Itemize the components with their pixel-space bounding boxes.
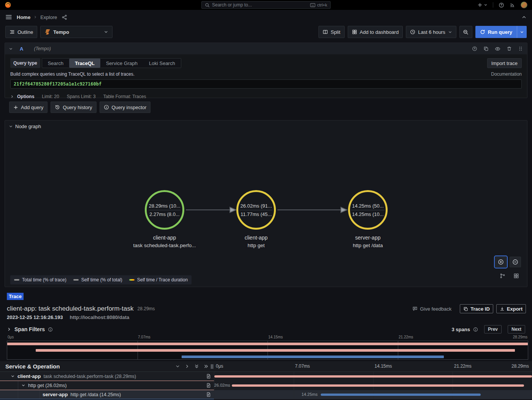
span-row-timeline: [214, 372, 532, 381]
export-button[interactable]: Export: [496, 304, 526, 313]
span-operation: http get /data (14.25ms): [70, 392, 121, 397]
legend-self-trace: Self time / Trace duration: [129, 277, 188, 283]
span-logs-icon[interactable]: [206, 392, 211, 397]
expand-one-icon[interactable]: [185, 364, 190, 369]
tab-service-graph[interactable]: Service Graph: [100, 59, 143, 68]
column-resize-handle[interactable]: [211, 364, 213, 369]
span-bar[interactable]: [214, 375, 532, 378]
breadcrumb-home[interactable]: Home: [17, 14, 30, 20]
collapse-header-button[interactable]: [521, 14, 527, 20]
user-avatar[interactable]: [521, 2, 527, 8]
trace-id-button[interactable]: Trace ID: [460, 304, 493, 313]
option-table-format: Table Format: Traces: [103, 94, 146, 99]
collapse-one-icon[interactable]: [175, 364, 180, 369]
tab-traceql[interactable]: TraceQL: [69, 59, 100, 68]
global-search[interactable]: ctrl+k: [201, 1, 331, 9]
drag-query-handle[interactable]: [518, 46, 523, 51]
collapse-all-icon[interactable]: [194, 364, 199, 369]
chevron-down-icon: [104, 30, 108, 34]
share-icon: [62, 14, 67, 20]
datasource-help-button[interactable]: [472, 46, 477, 51]
shortcut-label: ctrl+k: [317, 3, 327, 7]
datasource-picker[interactable]: Tempo: [40, 26, 112, 38]
split-label: Split: [331, 29, 340, 35]
node-graph-legend: Total time (% of trace) Self time (% of …: [10, 275, 192, 284]
share-shortcut-button[interactable]: [62, 14, 67, 20]
news-button[interactable]: [510, 2, 515, 8]
give-feedback-button[interactable]: Give feedback: [412, 306, 451, 312]
query-history-button[interactable]: Query history: [51, 102, 96, 113]
run-query-caret[interactable]: [517, 26, 527, 38]
chevron-down-icon: [9, 124, 13, 129]
span-row[interactable]: http get (26.02ms) 26.02ms: [0, 381, 532, 390]
grafana-logo[interactable]: [5, 2, 11, 8]
span-logs-icon[interactable]: [206, 383, 211, 388]
node-client-app-httpget[interactable]: 26.02ms (91... 11.77ms (45... client-app…: [212, 190, 300, 249]
import-trace-button[interactable]: Import trace: [487, 58, 522, 68]
layout-tree-button[interactable]: [497, 271, 507, 280]
option-limit: Limit: 20: [42, 94, 59, 99]
node-total-time: 28.29ms (10...: [148, 202, 181, 210]
mega-menu-button[interactable]: [5, 14, 12, 21]
layout-grid-button[interactable]: [511, 271, 521, 280]
query-ref-id[interactable]: A: [20, 46, 23, 52]
span-logs-icon[interactable]: [206, 374, 211, 379]
chevron-down-icon[interactable]: [11, 374, 15, 378]
collapse-query-icon[interactable]: [9, 47, 13, 51]
add-query-button[interactable]: Add query: [9, 102, 48, 113]
chevron-down-icon: [448, 30, 452, 34]
span-bar[interactable]: [321, 394, 481, 396]
node-graph-canvas[interactable]: 28.29ms (10... 2.27ms (8.0... client-app…: [5, 132, 527, 287]
outline-button[interactable]: Outline: [5, 26, 37, 38]
tab-search[interactable]: Search: [42, 59, 69, 68]
zoom-out-time-button[interactable]: [459, 26, 472, 38]
node-service-label: server-app: [353, 234, 383, 241]
chevron-down-icon[interactable]: [21, 383, 25, 387]
traceql-query-input[interactable]: 21f2f64785280f17205a1e1c927160bf: [10, 79, 522, 89]
prev-span-button[interactable]: Prev: [484, 325, 502, 333]
node-server-app[interactable]: 14.25ms (50... 14.25ms (10... server-app…: [324, 190, 412, 249]
trace-section-tab[interactable]: Trace: [7, 293, 24, 300]
legend-label: Self time / Trace duration: [137, 277, 188, 283]
info-circle-icon: [104, 105, 109, 110]
graph-zoom-in-button[interactable]: [495, 257, 507, 267]
tick-label: 14.15ms: [375, 363, 392, 369]
add-to-dashboard-label: Add to dashboard: [360, 29, 399, 35]
node-total-time: 26.02ms (91...: [239, 202, 272, 210]
span-row[interactable]: client-app task scheduled-task.perform-t…: [0, 372, 532, 381]
export-label: Export: [507, 306, 522, 312]
run-query-label: Run query: [488, 29, 512, 35]
next-span-button[interactable]: Next: [508, 325, 525, 333]
split-button[interactable]: Split: [318, 26, 344, 38]
options-chevron-icon[interactable]: [10, 95, 14, 98]
minimap-tick-labels: 0μs 7.07ms 14.15ms 21.22ms 28.29ms: [7, 335, 528, 340]
run-query-button-group: Run query: [475, 26, 527, 38]
help-button[interactable]: [499, 2, 504, 8]
search-shortcut: ctrl+k: [310, 3, 327, 7]
remove-query-button[interactable]: [507, 46, 512, 51]
run-query-button[interactable]: Run query: [475, 26, 517, 38]
hide-query-button[interactable]: [495, 46, 500, 52]
new-menu-button[interactable]: [477, 2, 488, 8]
query-inspector-button[interactable]: Query inspector: [100, 102, 151, 113]
divider: [493, 2, 493, 8]
span-filters-toggle[interactable]: Span Filters: [14, 326, 45, 332]
expand-all-icon[interactable]: [204, 364, 209, 369]
node-graph-header[interactable]: Node graph: [5, 121, 527, 132]
span-bar[interactable]: [232, 384, 524, 387]
duplicate-query-button[interactable]: [483, 46, 489, 51]
trace-minimap[interactable]: [7, 341, 528, 360]
graph-zoom-out-button[interactable]: [510, 257, 521, 267]
chevron-right-icon[interactable]: [7, 327, 11, 332]
options-toggle[interactable]: Options: [17, 94, 34, 99]
documentation-link[interactable]: Documentation: [491, 71, 522, 77]
legend-self-time: Self time (% of total): [73, 277, 122, 283]
span-row[interactable]: server-app http get /data (14.25ms) 14.2…: [0, 390, 532, 399]
time-range-picker[interactable]: Last 6 hours: [406, 26, 456, 38]
grid-layout-icon: [513, 273, 519, 279]
node-client-app-task[interactable]: 28.29ms (10... 2.27ms (8.0... client-app…: [121, 190, 208, 249]
add-to-dashboard-button[interactable]: Add to dashboard: [348, 26, 403, 38]
tab-loki-search[interactable]: Loki Search: [143, 59, 181, 68]
node-operation-label: task scheduled-task.perfo...: [131, 242, 198, 249]
search-input[interactable]: [212, 2, 308, 8]
